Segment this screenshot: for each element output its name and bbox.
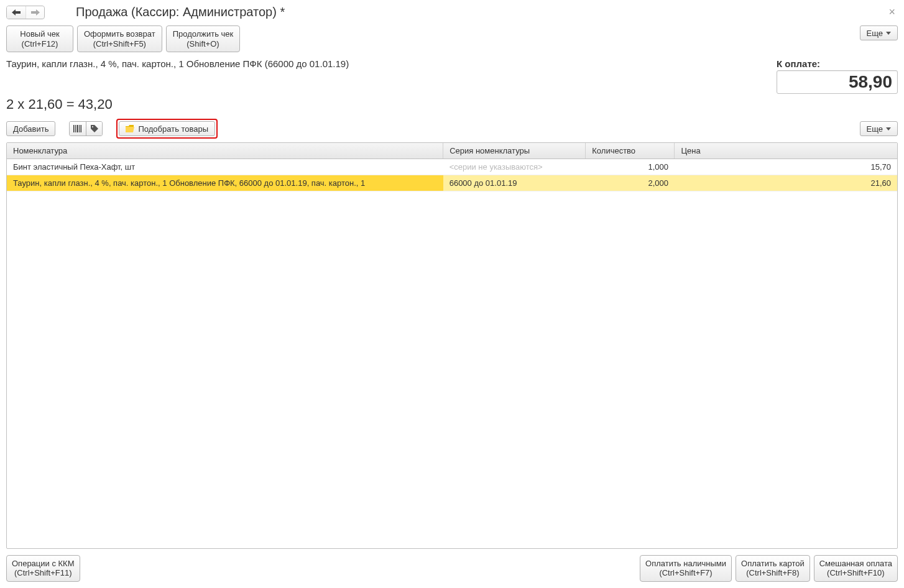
svg-rect-3	[79, 125, 80, 132]
arrow-left-icon	[12, 9, 21, 16]
cell-name: Таурин, капли глазн., 4 %, пач. картон.,…	[7, 175, 443, 191]
return-button[interactable]: Оформить возврат (Ctrl+Shift+F5)	[77, 25, 162, 52]
button-label: Оплатить наличными	[645, 559, 726, 568]
table-header-row: Номенклатура Серия номенклатуры Количест…	[7, 143, 897, 159]
tag-button[interactable]	[86, 122, 102, 136]
svg-rect-1	[75, 125, 76, 132]
toolbar-secondary: Добавить	[6, 119, 898, 139]
icon-button-group	[69, 121, 103, 136]
app-root: Продажа (Кассир: Администратор) * × Новы…	[0, 0, 904, 588]
select-goods-highlight: Подобрать товары	[116, 119, 218, 139]
new-check-button[interactable]: Новый чек (Ctrl+F12)	[6, 25, 73, 52]
cell-series: 66000 до 01.01.19	[443, 175, 586, 191]
button-shortcut: (Ctrl+Shift+F10)	[827, 568, 884, 577]
button-label: Еще	[867, 124, 883, 134]
to-pay-label: К оплате:	[777, 58, 898, 69]
page-title: Продажа (Кассир: Администратор) *	[76, 5, 285, 19]
svg-rect-4	[81, 125, 82, 132]
col-header-series[interactable]: Серия номенклатуры	[443, 143, 586, 159]
button-shortcut: (Ctrl+Shift+F11)	[14, 568, 71, 577]
calculation-line: 2 x 21,60 = 43,20	[6, 96, 898, 113]
col-header-name[interactable]: Номенклатура	[7, 143, 443, 159]
items-table-container: Номенклатура Серия номенклатуры Количест…	[6, 142, 898, 549]
title-bar: Продажа (Кассир: Администратор) * ×	[6, 5, 898, 19]
col-header-qty[interactable]: Количество	[586, 143, 675, 159]
chevron-down-icon	[886, 32, 891, 35]
to-pay-amount: 58,90	[777, 70, 898, 94]
button-label: Продолжить чек	[173, 29, 234, 39]
button-shortcut: (Ctrl+Shift+F7)	[659, 568, 712, 577]
pay-card-button[interactable]: Оплатить картой (Ctrl+Shift+F8)	[736, 555, 810, 582]
cell-name: Бинт эластичный Пеха-Хафт, шт	[7, 159, 443, 175]
pay-cash-button[interactable]: Оплатить наличными (Ctrl+Shift+F7)	[640, 555, 732, 582]
continue-check-button[interactable]: Продолжить чек (Shift+O)	[166, 25, 241, 52]
button-shortcut: (Ctrl+Shift+F5)	[84, 39, 155, 49]
select-goods-button[interactable]: Подобрать товары	[119, 121, 215, 136]
footer-spacer	[80, 555, 640, 582]
footer-toolbar: Операции с ККМ (Ctrl+Shift+F11) Оплатить…	[6, 555, 898, 582]
arrow-right-icon	[31, 9, 40, 16]
nav-buttons	[6, 6, 45, 19]
button-shortcut: (Ctrl+F12)	[13, 39, 67, 49]
more-button-table[interactable]: Еще	[860, 121, 898, 136]
folder-icon	[126, 125, 134, 132]
svg-point-5	[92, 126, 93, 127]
svg-rect-0	[73, 125, 75, 132]
to-pay-box: К оплате: 58,90	[777, 58, 898, 94]
tag-icon	[90, 124, 99, 133]
items-table[interactable]: Номенклатура Серия номенклатуры Количест…	[7, 143, 897, 191]
svg-rect-2	[77, 125, 78, 132]
close-button[interactable]: ×	[886, 6, 898, 19]
cell-price: 21,60	[675, 175, 897, 191]
button-label: Оформить возврат	[84, 29, 155, 39]
cell-qty: 1,000	[586, 159, 675, 175]
chevron-down-icon	[886, 127, 891, 131]
barcode-icon	[73, 124, 82, 133]
cell-price: 15,70	[675, 159, 897, 175]
kkm-operations-button[interactable]: Операции с ККМ (Ctrl+Shift+F11)	[6, 555, 80, 582]
button-label: Смешанная оплата	[819, 559, 892, 568]
button-label: Еще	[867, 29, 883, 38]
button-shortcut: (Shift+O)	[173, 39, 234, 49]
button-shortcut: (Ctrl+Shift+F8)	[746, 568, 799, 577]
button-label: Подобрать товары	[138, 124, 208, 134]
more-button-top[interactable]: Еще	[860, 25, 898, 40]
button-label: Новый чек	[20, 29, 59, 39]
table-row[interactable]: Таурин, капли глазн., 4 %, пач. картон.,…	[7, 175, 897, 191]
info-row: Таурин, капли глазн., 4 %, пач. картон.,…	[6, 58, 898, 94]
button-label: Добавить	[13, 124, 48, 134]
nav-forward-button[interactable]	[25, 6, 44, 19]
cell-series: <серии не указываются>	[443, 159, 586, 175]
current-item-description: Таурин, капли глазн., 4 %, пач. картон.,…	[6, 58, 349, 69]
col-header-price[interactable]: Цена	[675, 143, 897, 159]
barcode-button[interactable]	[70, 122, 86, 136]
add-button[interactable]: Добавить	[6, 121, 55, 136]
button-label: Оплатить картой	[741, 559, 805, 568]
mixed-payment-button[interactable]: Смешанная оплата (Ctrl+Shift+F10)	[814, 555, 898, 582]
cell-qty: 2,000	[586, 175, 675, 191]
toolbar-primary: Новый чек (Ctrl+F12) Оформить возврат (C…	[6, 25, 898, 52]
button-label: Операции с ККМ	[12, 559, 75, 568]
table-row[interactable]: Бинт эластичный Пеха-Хафт, шт<серии не у…	[7, 159, 897, 175]
nav-back-button[interactable]	[7, 6, 25, 19]
